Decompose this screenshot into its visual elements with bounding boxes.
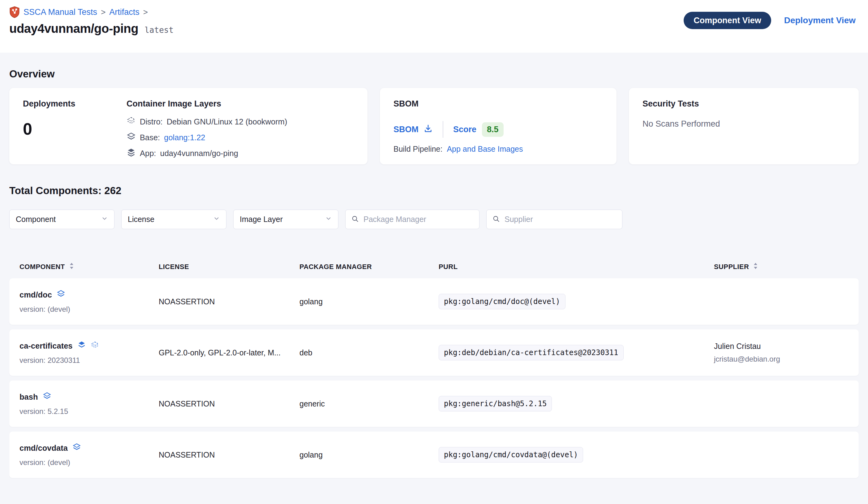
view-toggle: Component View Deployment View xyxy=(684,12,856,29)
purl-cell: pkg:golang/cmd/doc@(devel) xyxy=(438,294,714,309)
table-row: cmd/covdata version: (devel) NOASSERTION… xyxy=(9,432,859,478)
security-tests-title: Security Tests xyxy=(642,99,845,109)
package-manager-search-input[interactable] xyxy=(363,215,474,224)
total-components-heading: Total Components: 262 xyxy=(9,185,859,196)
component-cell: cmd/covdata version: (devel) xyxy=(20,443,159,467)
score-label: Score xyxy=(453,125,476,134)
purl-badge: pkg:golang/cmd/doc@(devel) xyxy=(438,294,566,309)
layers-icon xyxy=(56,290,65,300)
column-header-component[interactable]: COMPONENT xyxy=(20,263,159,271)
filters-bar: Component License Image Layer xyxy=(9,210,859,229)
license-cell: NOASSERTION xyxy=(159,297,299,306)
purl-badge: pkg:deb/debian/ca-certificates@20230311 xyxy=(438,345,624,360)
title-row: uday4vunnam/go-ping latest xyxy=(9,22,174,36)
layers-icon xyxy=(43,392,51,402)
component-cell: ca-certificates version: 20230311 xyxy=(20,341,159,365)
component-cell: bash version: 5.2.15 xyxy=(20,392,159,416)
package-manager-cell: golang xyxy=(299,297,438,306)
license-filter-dropdown[interactable]: License xyxy=(121,210,226,229)
download-icon xyxy=(423,124,433,135)
column-label: LICENSE xyxy=(159,263,189,271)
breadcrumb-link-project[interactable]: SSCA Manual Tests xyxy=(23,8,97,17)
package-manager-cell: generic xyxy=(299,399,438,409)
distro-label: Distro: xyxy=(140,117,163,126)
chevron-down-icon xyxy=(325,215,332,224)
header-left: SSCA Manual Tests > Artifacts > uday4vun… xyxy=(9,5,174,36)
image-layers-title: Container Image Layers xyxy=(126,99,287,109)
table-row: bash version: 5.2.15 NOASSERTION generic… xyxy=(9,381,859,427)
column-label: COMPONENT xyxy=(20,263,65,271)
main-content: Overview Deployments 0 Container Image L… xyxy=(0,53,868,478)
purl-badge: pkg:golang/cmd/covdata@(devel) xyxy=(438,447,583,463)
purl-cell: pkg:golang/cmd/covdata@(devel) xyxy=(438,447,714,463)
overview-heading: Overview xyxy=(9,53,859,80)
component-name: bash xyxy=(20,393,38,402)
app-layer-row: App: uday4vunnam/go-ping xyxy=(126,148,287,159)
app-label: App: xyxy=(140,149,156,158)
sbom-title: SBOM xyxy=(393,99,603,109)
layers-dashed-icon xyxy=(91,341,99,351)
component-filter-dropdown[interactable]: Component xyxy=(9,210,114,229)
breadcrumb-link-artifacts[interactable]: Artifacts xyxy=(109,8,140,17)
top-bar: SSCA Manual Tests > Artifacts > uday4vun… xyxy=(0,0,868,53)
supplier-cell: Julien Cristau jcristau@debian.org xyxy=(714,342,848,363)
build-pipeline-label: Build Pipeline: xyxy=(393,144,442,153)
distro-value: Debian GNU/Linux 12 (bookworm) xyxy=(167,117,287,126)
column-header-purl: PURL xyxy=(438,263,714,271)
base-label: Base: xyxy=(140,133,160,142)
package-manager-cell: golang xyxy=(299,451,438,460)
image-layer-filter-label: Image Layer xyxy=(240,215,283,224)
layers-half-icon xyxy=(126,132,136,143)
component-version: version: 20230311 xyxy=(20,356,159,365)
security-tests-status: No Scans Performed xyxy=(642,119,845,129)
component-name: cmd/covdata xyxy=(20,444,68,453)
build-pipeline-link[interactable]: App and Base Images xyxy=(447,144,523,153)
supplier-search-input[interactable] xyxy=(505,215,617,224)
base-layer-row: Base: golang:1.22 xyxy=(126,132,287,143)
security-tests-card: Security Tests No Scans Performed xyxy=(629,88,859,164)
column-header-license: LICENSE xyxy=(159,263,299,271)
deployment-view-button[interactable]: Deployment View xyxy=(784,16,856,26)
base-image-link[interactable]: golang:1.22 xyxy=(164,133,205,142)
license-cell: GPL-2.0-only, GPL-2.0-or-later, M... xyxy=(159,348,299,357)
license-cell: NOASSERTION xyxy=(159,399,299,409)
table-row: ca-certificates version: 20230311 GPL-2.… xyxy=(9,330,859,376)
breadcrumb-separator: > xyxy=(101,8,105,17)
deployments-panel: Deployments 0 xyxy=(23,99,126,153)
deployments-layers-card: Deployments 0 Container Image Layers Dis… xyxy=(9,88,368,164)
component-version: version: 5.2.15 xyxy=(20,407,159,416)
license-filter-label: License xyxy=(128,215,154,224)
column-header-supplier[interactable]: SUPPLIER xyxy=(714,263,848,271)
component-version: version: (devel) xyxy=(20,305,159,314)
component-filter-label: Component xyxy=(16,215,56,224)
page-title: uday4vunnam/go-ping xyxy=(9,22,138,36)
sbom-card: SBOM SBOM Score 8.5 Build Pipeline: App … xyxy=(380,88,617,164)
purl-badge: pkg:generic/bash@5.2.15 xyxy=(438,396,552,411)
breadcrumb-separator: > xyxy=(143,8,148,17)
column-label: PACKAGE MANAGER xyxy=(299,263,372,271)
layers-icon xyxy=(78,341,86,351)
search-icon xyxy=(351,215,359,224)
purl-cell: pkg:generic/bash@5.2.15 xyxy=(438,396,714,411)
divider xyxy=(443,121,443,138)
sort-icon xyxy=(69,263,74,271)
image-layer-filter-dropdown[interactable]: Image Layer xyxy=(233,210,338,229)
supplier-search xyxy=(486,210,622,229)
table-header: COMPONENT LICENSE PACKAGE MANAGER PURL S… xyxy=(9,260,859,274)
chevron-down-icon xyxy=(213,215,220,224)
component-cell: cmd/doc version: (devel) xyxy=(20,290,159,314)
app-value: uday4vunnam/go-ping xyxy=(160,149,238,158)
component-name: cmd/doc xyxy=(20,290,52,299)
distro-layer-row: Distro: Debian GNU/Linux 12 (bookworm) xyxy=(126,116,287,127)
layers-dashed-icon xyxy=(126,116,136,127)
supplier-name: Julien Cristau xyxy=(714,342,848,351)
sbom-download-label: SBOM xyxy=(393,125,418,134)
table-row: cmd/doc version: (devel) NOASSERTION gol… xyxy=(9,278,859,325)
sbom-download-link[interactable]: SBOM xyxy=(393,124,433,135)
score-badge: 8.5 xyxy=(482,122,504,137)
sort-icon xyxy=(753,263,758,271)
artifact-tag: latest xyxy=(144,26,174,35)
column-label: SUPPLIER xyxy=(714,263,749,271)
column-label: PURL xyxy=(438,263,458,271)
component-view-button[interactable]: Component View xyxy=(684,12,771,29)
